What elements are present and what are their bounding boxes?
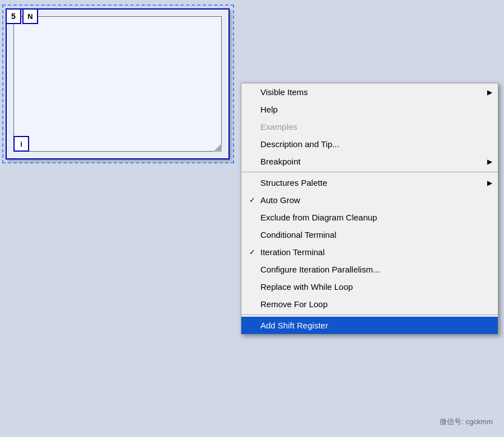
- block-label-5: 5: [6, 8, 21, 24]
- info-icon: i: [13, 136, 29, 152]
- menu-item-add-shift-register[interactable]: Add Shift Register: [241, 317, 498, 334]
- menu-item-help[interactable]: Help: [241, 101, 498, 118]
- menu-item-label: Replace with While Loop: [260, 282, 353, 292]
- menu-item-label: Remove For Loop: [260, 299, 328, 309]
- menu-item-label: Conditional Terminal: [260, 230, 337, 239]
- menu-item-label: Visible Items: [260, 87, 308, 97]
- block-label-n: N: [22, 8, 38, 24]
- menu-item-label: Auto Grow: [260, 195, 300, 205]
- menu-item-label: Examples: [260, 122, 297, 131]
- menu-item-auto-grow[interactable]: ✓Auto Grow: [241, 191, 498, 209]
- menu-item-label: Description and Tip...: [260, 139, 339, 149]
- menu-item-label: Exclude from Diagram Cleanup: [260, 213, 377, 222]
- context-menu: Visible Items▶HelpExamplesDescription an…: [241, 83, 498, 335]
- menu-item-label: Structures Palette: [260, 178, 327, 187]
- menu-item-examples: Examples: [241, 118, 498, 135]
- submenu-arrow-icon: ▶: [487, 88, 492, 96]
- menu-item-description-tip[interactable]: Description and Tip...: [241, 135, 498, 153]
- submenu-arrow-icon: ▶: [487, 158, 492, 166]
- watermark: 微信号: cgckmm: [440, 417, 493, 427]
- menu-item-structures-palette[interactable]: Structures Palette▶: [241, 174, 498, 191]
- menu-separator: [241, 314, 498, 315]
- canvas-area: 5 N i Visible Items▶HelpExamplesDescript…: [0, 0, 504, 437]
- menu-item-label: Add Shift Register: [260, 321, 328, 330]
- check-mark: ✓: [249, 248, 259, 256]
- menu-separator: [241, 172, 498, 172]
- menu-item-label: Breakpoint: [260, 157, 301, 166]
- for-loop-inner: [13, 16, 222, 152]
- menu-item-label: Iteration Terminal: [260, 247, 325, 257]
- menu-item-breakpoint[interactable]: Breakpoint▶: [241, 153, 498, 170]
- check-mark: ✓: [249, 196, 259, 204]
- for-loop-block[interactable]: 5 N i: [6, 8, 230, 159]
- corner-fold: [211, 140, 222, 152]
- menu-item-label: Help: [260, 105, 278, 114]
- menu-item-label: Configure Iteration Parallelism...: [260, 265, 380, 274]
- menu-item-conditional-terminal[interactable]: Conditional Terminal: [241, 226, 498, 243]
- menu-item-visible-items[interactable]: Visible Items▶: [241, 83, 498, 101]
- menu-item-replace-while[interactable]: Replace with While Loop: [241, 278, 498, 295]
- menu-item-exclude-cleanup[interactable]: Exclude from Diagram Cleanup: [241, 209, 498, 226]
- submenu-arrow-icon: ▶: [487, 179, 492, 187]
- menu-item-remove-for-loop[interactable]: Remove For Loop: [241, 295, 498, 313]
- menu-item-configure-iteration[interactable]: Configure Iteration Parallelism...: [241, 261, 498, 278]
- menu-item-iteration-terminal[interactable]: ✓Iteration Terminal: [241, 243, 498, 261]
